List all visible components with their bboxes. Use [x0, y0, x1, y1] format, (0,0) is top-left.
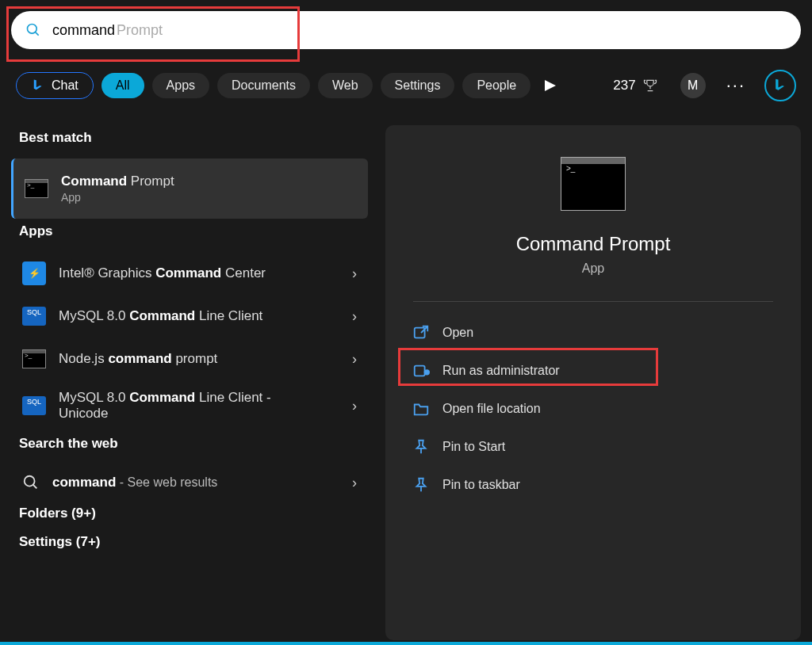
- cmd-icon: [25, 179, 48, 198]
- bing-icon: [772, 78, 788, 94]
- app-result-title: Node.js command prompt: [59, 351, 217, 367]
- bing-chat-button[interactable]: [764, 70, 796, 101]
- best-match-sub: App: [61, 191, 174, 204]
- trophy-icon: [642, 78, 658, 94]
- web-result-title: command - See web results: [52, 475, 217, 490]
- chevron-right-icon: ›: [352, 351, 357, 368]
- filter-people-label: People: [477, 78, 516, 93]
- action-run-admin[interactable]: Run as administrator: [401, 354, 785, 387]
- app-result[interactable]: MySQL 8.0 Command Line Client ›: [11, 295, 368, 338]
- search-typed-text: command: [52, 22, 115, 39]
- admin-icon: [412, 362, 430, 380]
- action-location-label: Open file location: [442, 402, 541, 416]
- mysql-icon: [22, 307, 46, 326]
- filter-documents-label: Documents: [232, 78, 296, 93]
- filter-people[interactable]: People: [462, 73, 530, 98]
- action-open[interactable]: Open: [401, 316, 785, 349]
- open-icon: [412, 324, 430, 342]
- divider: [413, 301, 774, 302]
- app-result[interactable]: ⚡ Intel® Graphics Command Center ›: [11, 252, 368, 295]
- taskbar-accent: [0, 642, 812, 645]
- action-pin-start[interactable]: Pin to Start: [401, 430, 785, 464]
- app-sub: App: [582, 261, 604, 276]
- bing-icon: [31, 78, 45, 93]
- results-panel: Best match Command Prompt App Apps ⚡ Int…: [11, 125, 368, 640]
- svg-line-3: [33, 485, 37, 489]
- app-result[interactable]: Node.js command prompt ›: [11, 338, 368, 380]
- search-icon: [22, 474, 40, 491]
- pin-icon: [412, 476, 430, 494]
- rewards-points-value: 237: [613, 78, 635, 94]
- mysql-icon: [22, 396, 46, 415]
- action-pin-taskbar[interactable]: Pin to taskbar: [401, 468, 785, 502]
- chevron-right-icon: ›: [352, 265, 357, 282]
- search-suggestion-text: Prompt: [117, 22, 163, 39]
- app-result-title: MySQL 8.0 Command Line Client - Unicode: [59, 390, 297, 422]
- svg-rect-4: [415, 328, 425, 338]
- action-open-location[interactable]: Open file location: [401, 392, 785, 426]
- search-icon: [25, 22, 41, 38]
- web-label: Search the web: [19, 436, 368, 452]
- svg-point-2: [25, 476, 35, 487]
- filter-all-label: All: [116, 78, 130, 93]
- folder-icon: [412, 400, 430, 418]
- filter-bar: Chat All Apps Documents Web Settings Peo…: [11, 70, 801, 101]
- play-icon: [545, 80, 556, 91]
- svg-point-0: [28, 25, 37, 34]
- intel-icon: ⚡: [22, 261, 46, 285]
- app-title: Command Prompt: [516, 233, 671, 255]
- cmd-icon: [22, 349, 46, 368]
- filter-documents[interactable]: Documents: [217, 73, 310, 98]
- filter-all[interactable]: All: [102, 73, 144, 98]
- filter-apps-label: Apps: [167, 78, 195, 93]
- action-pin-taskbar-label: Pin to taskbar: [442, 478, 520, 492]
- scroll-right-button[interactable]: [538, 74, 562, 97]
- avatar-initial: M: [688, 78, 698, 93]
- web-result[interactable]: command - See web results ›: [11, 464, 368, 501]
- filter-chat-label: Chat: [52, 78, 79, 93]
- filter-web[interactable]: Web: [318, 73, 373, 98]
- action-list: Open Run as administrator Open file loca…: [401, 316, 785, 502]
- action-pin-start-label: Pin to Start: [442, 440, 505, 454]
- best-match-title: Command Prompt: [61, 174, 174, 189]
- apps-label: Apps: [19, 223, 368, 239]
- settings-label: Settings (7+): [19, 534, 368, 550]
- app-result-title: Intel® Graphics Command Center: [59, 265, 266, 281]
- svg-line-1: [36, 32, 39, 36]
- action-open-label: Open: [442, 326, 473, 340]
- filter-chat[interactable]: Chat: [16, 72, 94, 99]
- chevron-right-icon: ›: [352, 475, 357, 491]
- app-result[interactable]: MySQL 8.0 Command Line Client - Unicode …: [11, 380, 368, 431]
- chevron-right-icon: ›: [352, 398, 357, 414]
- app-result-title: MySQL 8.0 Command Line Client: [59, 308, 262, 324]
- search-input[interactable]: command Prompt: [11, 11, 801, 49]
- folders-label: Folders (9+): [19, 506, 368, 521]
- svg-rect-5: [415, 366, 425, 376]
- filter-settings[interactable]: Settings: [381, 73, 455, 98]
- more-button[interactable]: ···: [726, 75, 745, 96]
- rewards-points[interactable]: 237: [613, 78, 657, 94]
- user-avatar[interactable]: M: [680, 73, 706, 98]
- preview-panel: Command Prompt App Open Run as administr…: [385, 125, 801, 640]
- filter-settings-label: Settings: [395, 78, 441, 93]
- chevron-right-icon: ›: [352, 308, 357, 325]
- best-match-label: Best match: [19, 130, 368, 146]
- pin-icon: [412, 438, 430, 456]
- filter-apps[interactable]: Apps: [152, 73, 209, 98]
- filter-web-label: Web: [332, 78, 358, 93]
- best-match-result[interactable]: Command Prompt App: [11, 158, 368, 219]
- app-preview-icon: [561, 157, 626, 211]
- action-admin-label: Run as administrator: [442, 364, 560, 378]
